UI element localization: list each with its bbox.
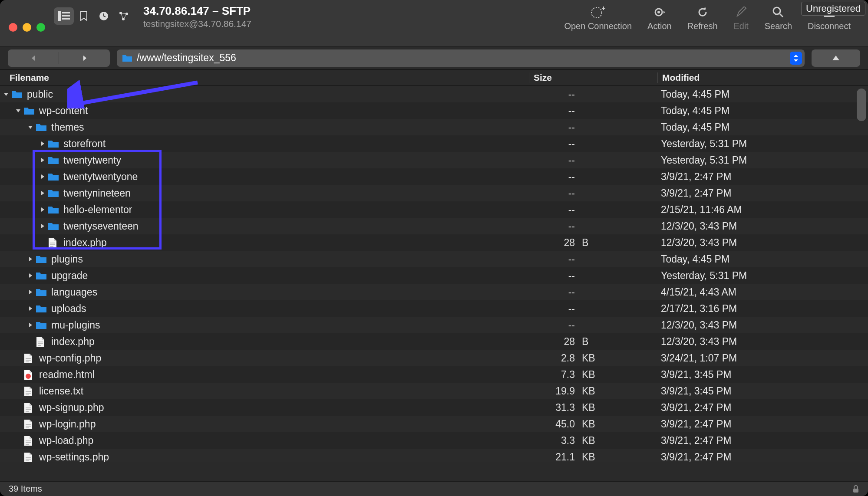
file-row[interactable]: index.php28B12/3/20, 3:43 PM [0, 234, 868, 251]
svg-rect-33 [26, 442, 31, 443]
nav-back-button[interactable] [8, 55, 59, 62]
disclosure-right-icon[interactable] [39, 207, 46, 212]
file-row[interactable]: twentytwentyone--3/9/21, 2:47 PM [0, 168, 868, 185]
file-row[interactable]: wp-signup.php31.3KB3/9/21, 2:47 PM [0, 399, 868, 416]
action-button[interactable]: Action [647, 5, 672, 46]
column-filename[interactable]: Filename [10, 72, 529, 83]
file-row[interactable]: license.txt19.9KB3/9/21, 3:45 PM [0, 383, 868, 399]
file-row[interactable]: uploads--2/17/21, 3:16 PM [0, 300, 868, 317]
disclosure-right-icon[interactable] [27, 256, 34, 262]
file-size: -- [529, 171, 579, 183]
file-row[interactable]: wp-config.php2.8KB3/24/21, 1:07 PM [0, 350, 868, 366]
file-icon [23, 403, 35, 412]
file-name: storefront [63, 138, 106, 150]
disclosure-right-icon[interactable] [27, 273, 34, 278]
file-row[interactable]: wp-login.php45.0KB3/9/21, 2:47 PM [0, 416, 868, 432]
svg-rect-19 [26, 358, 31, 359]
file-icon [36, 337, 47, 346]
file-list[interactable]: public--Today, 4:45 PMwp-content--Today,… [0, 86, 868, 462]
zoom-window-button[interactable] [36, 23, 45, 32]
svg-rect-23 [26, 391, 31, 392]
file-row[interactable]: twentytwenty--Yesterday, 5:31 PM [0, 152, 868, 168]
file-row[interactable]: twentynineteen--3/9/21, 2:47 PM [0, 185, 868, 201]
go-up-button[interactable] [812, 49, 860, 67]
file-icon [23, 452, 35, 462]
folder-icon [48, 155, 59, 165]
svg-rect-13 [50, 243, 55, 243]
disclosure-right-icon[interactable] [27, 289, 34, 295]
folder-icon [36, 254, 47, 264]
file-row[interactable]: hello-elementor--2/15/21, 11:46 AM [0, 201, 868, 218]
bonjour-button[interactable] [114, 7, 134, 25]
column-modified[interactable]: Modified [657, 72, 868, 83]
bookmarks-button[interactable] [74, 7, 94, 25]
file-size-unit: KB [579, 451, 657, 462]
history-button[interactable] [94, 7, 114, 25]
file-modified: Today, 4:45 PM [657, 105, 868, 117]
file-icon [23, 436, 35, 445]
svg-rect-29 [26, 424, 31, 425]
folder-icon [23, 106, 35, 115]
path-field[interactable]: /www/testingsitex_556 [117, 49, 805, 67]
disclosure-right-icon[interactable] [39, 223, 46, 229]
path-dropdown-button[interactable] [790, 52, 802, 65]
file-modified: 12/3/20, 3:43 PM [657, 237, 868, 249]
file-size: -- [529, 286, 579, 298]
file-size-unit: B [579, 336, 657, 348]
svg-rect-16 [38, 342, 43, 342]
file-name: wp-settings.php [39, 451, 109, 462]
edit-button[interactable]: Edit [733, 5, 749, 46]
disclosure-right-icon[interactable] [27, 322, 34, 328]
refresh-button[interactable]: Refresh [687, 5, 718, 46]
file-row[interactable]: wp-content--Today, 4:45 PM [0, 102, 868, 119]
file-row[interactable]: readme.html7.3KB3/9/21, 3:45 PM [0, 366, 868, 383]
file-row[interactable]: twentyseventeen--12/3/20, 3:43 PM [0, 218, 868, 234]
nav-forward-button[interactable] [59, 55, 110, 62]
file-row[interactable]: storefront--Yesterday, 5:31 PM [0, 135, 868, 152]
file-row[interactable]: public--Today, 4:45 PM [0, 86, 868, 102]
svg-rect-37 [26, 460, 29, 461]
file-size: -- [529, 253, 579, 265]
disclosure-right-icon[interactable] [39, 141, 46, 146]
file-row[interactable]: wp-load.php3.3KB3/9/21, 2:47 PM [0, 432, 868, 449]
file-row[interactable]: plugins--Today, 4:45 PM [0, 251, 868, 267]
file-name: wp-content [39, 105, 88, 117]
file-row[interactable]: index.php28B12/3/20, 3:43 PM [0, 333, 868, 350]
unregistered-badge: Unregistered [801, 2, 865, 16]
file-name: license.txt [39, 385, 83, 397]
folder-icon [36, 320, 47, 330]
file-size: 2.8 [529, 352, 579, 364]
disclosure-right-icon[interactable] [39, 174, 46, 179]
disclosure-down-icon[interactable] [3, 92, 10, 97]
svg-rect-25 [26, 394, 29, 395]
open-connection-button[interactable]: Open Connection [564, 5, 632, 46]
file-modified: 3/9/21, 3:45 PM [657, 385, 868, 397]
scrollbar-thumb[interactable] [857, 89, 866, 121]
app-window: Unregistered 34.70.86.147 – SFTP testing… [0, 0, 868, 496]
close-window-button[interactable] [9, 23, 17, 32]
folder-icon [36, 271, 47, 280]
svg-point-10 [657, 11, 660, 13]
disclosure-down-icon[interactable] [27, 125, 34, 130]
disclosure-right-icon[interactable] [39, 191, 46, 196]
file-row[interactable]: mu-plugins--12/3/20, 3:43 PM [0, 317, 868, 333]
file-name: public [27, 89, 53, 100]
minimize-window-button[interactable] [23, 23, 31, 32]
toggle-view-button[interactable] [54, 7, 74, 25]
file-row[interactable]: languages--4/15/21, 4:43 AM [0, 284, 868, 300]
file-modified: 2/15/21, 11:46 AM [657, 204, 868, 216]
disclosure-down-icon[interactable] [15, 108, 22, 113]
file-row[interactable]: wp-settings.php21.1KB3/9/21, 2:47 PM [0, 449, 868, 462]
disclosure-right-icon[interactable] [27, 306, 34, 311]
svg-rect-1 [62, 12, 70, 13]
search-button[interactable]: Search [765, 5, 792, 46]
file-row[interactable]: themes--Today, 4:45 PM [0, 119, 868, 135]
column-size[interactable]: Size [529, 72, 657, 83]
file-size: -- [529, 138, 579, 150]
window-title-sub: testingsitex@34.70.86.147 [143, 19, 564, 29]
svg-rect-38 [853, 489, 858, 493]
file-modified: Yesterday, 5:31 PM [657, 154, 868, 166]
disclosure-right-icon[interactable] [39, 158, 46, 163]
file-row[interactable]: upgrade--Yesterday, 5:31 PM [0, 267, 868, 284]
folder-icon [11, 89, 23, 99]
